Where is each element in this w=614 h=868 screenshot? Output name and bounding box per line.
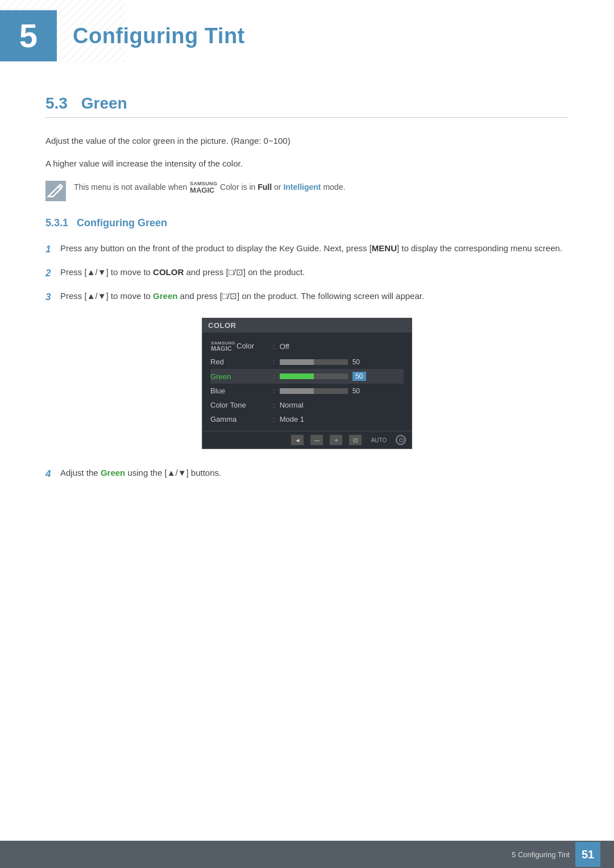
samsung-brand-menu: SAMSUNG MAGIC [211, 341, 235, 352]
step4-text-before: Adjust the [60, 468, 101, 477]
step4-text-after: using the [▲/▼] buttons. [125, 468, 221, 477]
menu-row-color-tone: Color Tone : Normal [210, 398, 404, 412]
section-heading-5-3: 5.3 Green [45, 94, 569, 118]
bar-fill-blue [280, 388, 314, 394]
step-3-text: Press [▲/▼] to move to Green and press [… [60, 289, 569, 304]
subsection-number: 5.3.1 [45, 217, 68, 229]
step-1-text: Press any button on the front of the pro… [60, 242, 569, 256]
subsection-title: Configuring Green [77, 217, 167, 229]
bar-fill-green [280, 373, 314, 379]
colon-3: : [273, 372, 275, 381]
subsection-heading-5-3-1: 5.3.1 Configuring Green [45, 217, 569, 229]
menu-row-gamma: Gamma : Mode 1 [210, 412, 404, 426]
monitor-container: COLOR SAMSUNG MAGIC Color : Off Red [45, 318, 569, 449]
bar-track-red [280, 359, 348, 365]
colon-5: : [273, 401, 275, 409]
bar-value-green: 50 [352, 372, 366, 381]
menu-kbd: MENU [372, 243, 397, 253]
chapter-number-block: 5 [0, 10, 57, 61]
menu-label-red: Red [210, 358, 273, 366]
section-title: Green [81, 94, 127, 112]
value-magic-color: Off [280, 342, 289, 351]
monitor-title-bar: COLOR [202, 318, 412, 333]
step-1-num: 1 [45, 242, 60, 258]
step-2-text: Press [▲/▼] to move to COLOR and press [… [60, 265, 569, 280]
brand-color-word: Color [220, 182, 239, 192]
bar-track-green [280, 373, 348, 379]
description-1: Adjust the value of the color green in t… [45, 134, 569, 148]
full-word: Full [258, 182, 272, 192]
menu-label-color-tone: Color Tone [210, 401, 273, 409]
menu-label-magic-color: SAMSUNG MAGIC Color [210, 341, 273, 352]
monitor-screen: COLOR SAMSUNG MAGIC Color : Off Red [202, 318, 412, 449]
colon-4: : [273, 387, 275, 395]
btn-minus: — [310, 435, 323, 445]
menu-label-gamma: Gamma [210, 415, 273, 423]
chapter-number: 5 [19, 19, 38, 52]
menu-row-blue: Blue : 50 [210, 384, 404, 398]
samsung-magic-brand: SAMSUNG MAGIC [190, 181, 217, 194]
description-2: A higher value will increase the intensi… [45, 156, 569, 171]
bar-fill-red [280, 359, 314, 365]
chapter-title: Configuring Tint [73, 24, 245, 48]
note-icon [45, 181, 66, 201]
step-3: 3 Press [▲/▼] to move to Green and press… [45, 289, 569, 305]
menu-label-green: Green [210, 372, 273, 381]
btn-power: ⏻ [396, 435, 406, 445]
value-color-tone: Normal [280, 401, 304, 409]
step-3-num: 3 [45, 289, 60, 305]
green-word-step3: Green [153, 291, 177, 301]
steps-list-4: 4 Adjust the Green using the [▲/▼] butto… [45, 466, 569, 482]
note-text: This menu is not available when SAMSUNG … [74, 181, 345, 194]
steps-list: 1 Press any button on the front of the p… [45, 242, 569, 305]
intelligent-word: Intelligent [283, 182, 321, 192]
colon-2: : [273, 358, 275, 366]
section-number: 5.3 [45, 94, 68, 112]
menu-row-magic-color: SAMSUNG MAGIC Color : Off [210, 338, 404, 355]
menu-row-green: Green : 50 [210, 369, 404, 384]
step4-green-word: Green [101, 468, 125, 477]
step-2: 2 Press [▲/▼] to move to COLOR and press… [45, 265, 569, 281]
step-4-num: 4 [45, 466, 60, 482]
btn-back: ◄ [291, 435, 304, 445]
step-2-num: 2 [45, 265, 60, 281]
footer-text: 5 Configuring Tint [512, 850, 570, 859]
or-word: or [274, 182, 283, 192]
bar-value-blue: 50 [352, 387, 364, 395]
note-text-after: mode. [323, 182, 345, 192]
btn-plus: + [330, 435, 342, 445]
bar-track-blue [280, 388, 348, 394]
color-word: COLOR [153, 267, 184, 277]
note-text-middle: is in [241, 182, 258, 192]
step-4-text: Adjust the Green using the [▲/▼] buttons… [60, 466, 569, 480]
pencil-icon [45, 181, 66, 201]
monitor-title: COLOR [208, 321, 236, 330]
menu-label-blue: Blue [210, 387, 273, 395]
note-text-before: This menu is not available when [74, 182, 189, 192]
brand-line2: MAGIC [190, 186, 214, 194]
monitor-bottom-bar: ◄ — + ⊡ AUTO ⏻ [202, 431, 412, 448]
menu-row-red: Red : 50 [210, 355, 404, 369]
bar-blue: 50 [280, 387, 364, 395]
main-content: 5.3 Green Adjust the value of the color … [0, 94, 614, 540]
footer-page-number: 51 [575, 842, 600, 867]
bar-value-red: 50 [352, 358, 364, 366]
btn-auto: AUTO [368, 436, 389, 445]
chapter-header: 5 Configuring Tint [0, 0, 614, 72]
monitor-body: SAMSUNG MAGIC Color : Off Red : [202, 333, 412, 431]
colon-1: : [273, 342, 275, 351]
step-4: 4 Adjust the Green using the [▲/▼] butto… [45, 466, 569, 482]
btn-enter: ⊡ [349, 435, 362, 445]
bar-red: 50 [280, 358, 364, 366]
colon-6: : [273, 415, 275, 423]
bar-green: 50 [280, 372, 366, 381]
step-1: 1 Press any button on the front of the p… [45, 242, 569, 258]
value-gamma: Mode 1 [280, 415, 304, 423]
page-footer: 5 Configuring Tint 51 [0, 841, 614, 868]
note-box: This menu is not available when SAMSUNG … [45, 181, 569, 201]
